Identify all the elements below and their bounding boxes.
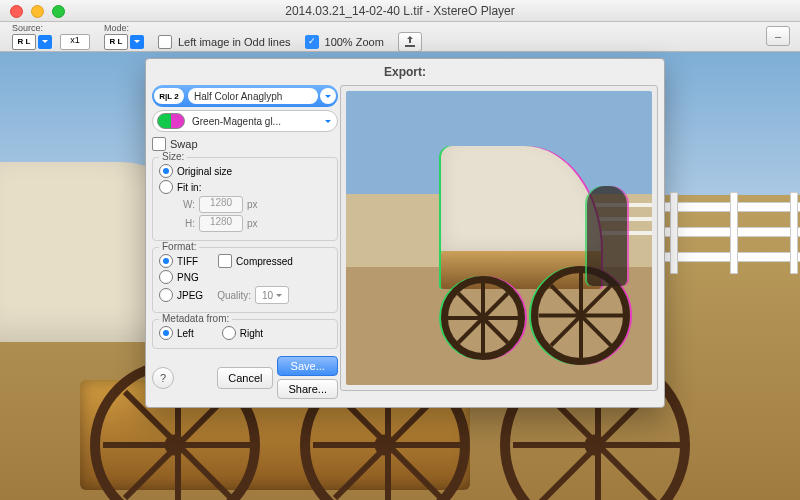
metadata-left-radio[interactable] [159, 326, 173, 340]
mode-label: Mode: [104, 24, 129, 33]
share-export-button[interactable]: Share... [277, 379, 338, 399]
window-title: 2014.03.21_14-02-40 L.tif - XstereO Play… [0, 4, 800, 18]
odd-lines-label: Left image in Odd lines [178, 36, 291, 48]
metadata-group: Metadata from: Left Right [152, 319, 338, 349]
export-title: Export: [146, 59, 664, 85]
fullscreen-toggle-button[interactable]: – [766, 26, 790, 46]
px-suffix: px [247, 199, 258, 210]
save-button[interactable]: Save... [277, 356, 338, 376]
export-glasses-select[interactable]: Green-Magenta gl... [152, 110, 338, 132]
source-label: Source: [12, 24, 43, 33]
compressed-label: Compressed [236, 256, 293, 267]
height-label: H: [177, 218, 195, 229]
size-fitin-radio[interactable] [159, 180, 173, 194]
size-legend: Size: [159, 151, 187, 162]
glasses-swatch-icon [157, 113, 185, 129]
share-icon [404, 36, 416, 48]
size-original-radio[interactable] [159, 164, 173, 178]
export-mode-value: Half Color Anaglyph [188, 88, 318, 104]
zoom-100-label: 100% Zoom [325, 36, 384, 48]
format-tiff-radio[interactable] [159, 254, 173, 268]
export-mode-prefix-icon: R|L 2 [154, 88, 184, 104]
quality-label: Quality: [217, 290, 251, 301]
height-field[interactable]: 1280 [199, 215, 243, 232]
format-tiff-label: TIFF [177, 256, 198, 267]
format-png-label: PNG [177, 272, 199, 283]
metadata-legend: Metadata from: [159, 313, 232, 324]
chevron-down-icon [320, 88, 336, 104]
mode-select[interactable] [130, 35, 144, 49]
chevron-down-icon [321, 114, 335, 128]
quality-select[interactable]: 10 [255, 286, 289, 304]
export-preview-panel [340, 85, 658, 391]
swap-label: Swap [170, 138, 198, 150]
format-group: Format: TIFF Compressed PNG JPEG Qualit [152, 247, 338, 313]
export-glasses-value: Green-Magenta gl... [187, 116, 319, 127]
help-button[interactable]: ? [152, 367, 174, 389]
width-label: W: [177, 199, 195, 210]
export-dialog: Export: R|L 2 Half Color Anaglyph Green-… [145, 58, 665, 408]
mode-eye-order-indicator: R L [104, 34, 128, 50]
share-button[interactable] [398, 32, 422, 52]
quality-value: 10 [262, 290, 273, 301]
width-field[interactable]: 1280 [199, 196, 243, 213]
size-group: Size: Original size Fit in: W: 1280 px H… [152, 157, 338, 241]
zoom-factor-field[interactable]: x1 [60, 34, 90, 50]
titlebar: 2014.03.21_14-02-40 L.tif - XstereO Play… [0, 0, 800, 22]
format-jpeg-radio[interactable] [159, 288, 173, 302]
export-mode-select[interactable]: R|L 2 Half Color Anaglyph [152, 85, 338, 107]
format-jpeg-label: JPEG [177, 290, 203, 301]
odd-lines-checkbox[interactable] [158, 35, 172, 49]
source-select[interactable] [38, 35, 52, 49]
export-preview-image [346, 91, 652, 385]
metadata-right-radio[interactable] [222, 326, 236, 340]
size-original-label: Original size [177, 166, 232, 177]
format-legend: Format: [159, 241, 199, 252]
toolbar: Source: R L x1 Mode: R L Left image in O… [0, 22, 800, 52]
size-fitin-label: Fit in: [177, 182, 201, 193]
zoom-100-checkbox[interactable] [305, 35, 319, 49]
cancel-button[interactable]: Cancel [217, 367, 273, 389]
metadata-right-label: Right [240, 328, 263, 339]
px-suffix: px [247, 218, 258, 229]
source-eye-order-indicator: R L [12, 34, 36, 50]
compressed-checkbox[interactable] [218, 254, 232, 268]
export-settings-panel: R|L 2 Half Color Anaglyph Green-Magenta … [152, 85, 338, 399]
swap-checkbox[interactable] [152, 137, 166, 151]
format-png-radio[interactable] [159, 270, 173, 284]
metadata-left-label: Left [177, 328, 194, 339]
